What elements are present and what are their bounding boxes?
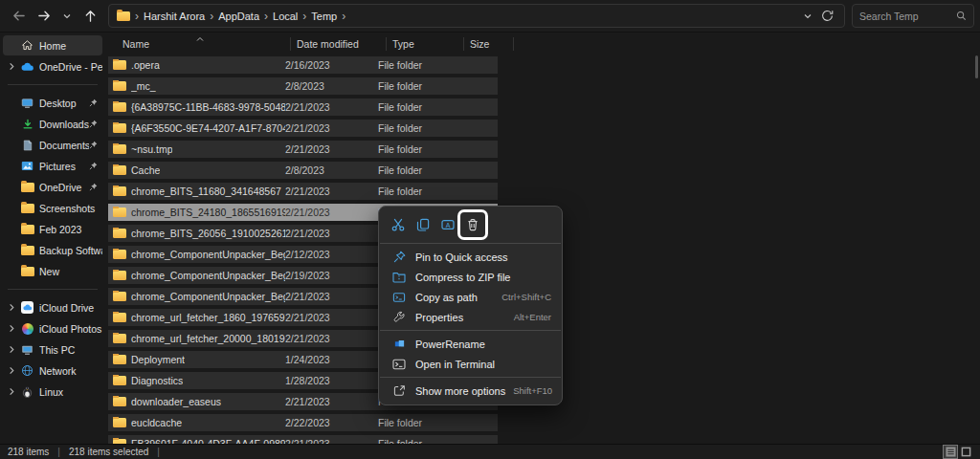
column-header-name[interactable]: Name <box>108 37 291 51</box>
folder-icon <box>113 313 126 322</box>
large-icons-view-button[interactable] <box>959 446 972 458</box>
quick-pin-icon <box>393 251 406 263</box>
sidebar-item-pictures[interactable]: Pictures <box>3 156 102 176</box>
file-date-cell: 1/28/2023 <box>285 375 378 386</box>
menu-item-label: Compress to ZIP file <box>415 272 551 283</box>
file-type-cell: File folder <box>378 59 498 71</box>
context-menu: APin to Quick accessCompress to ZIP file… <box>378 206 563 405</box>
search-input[interactable]: Search Temp <box>859 11 956 22</box>
expand-chevron-icon[interactable] <box>3 387 19 396</box>
rename-button[interactable]: A <box>435 212 460 237</box>
table-row[interactable]: {A6F3550C-9E74-4207-A1F7-87041A253...2/2… <box>108 120 498 137</box>
items-count: 218 items <box>8 447 49 457</box>
table-row[interactable]: {6A38975C-11BB-4683-9978-5048BA00A...2/2… <box>108 98 498 116</box>
desktop-icon <box>21 98 33 109</box>
sidebar-item-desktop[interactable]: Desktop <box>3 93 102 113</box>
sidebar-item-this-pc[interactable]: This PC <box>3 339 102 360</box>
expand-chevron-icon[interactable] <box>3 303 19 312</box>
recent-locations-chevron-icon[interactable] <box>61 8 73 25</box>
menu-item-shortcut: Alt+Enter <box>514 312 551 322</box>
sidebar-item-icloud-drive[interactable]: iCloud Drive <box>3 297 102 317</box>
expand-chevron-icon[interactable] <box>3 345 19 354</box>
table-row[interactable]: .opera2/16/2023File folder <box>108 56 498 74</box>
column-header-type[interactable]: Type <box>387 37 464 51</box>
table-row[interactable]: ~nsu.tmp2/21/2023File folder <box>108 141 498 158</box>
folder-icon <box>113 208 126 217</box>
breadcrumb-chevron-icon: › <box>205 11 218 22</box>
file-date-cell: 2/21/2023 <box>285 122 378 134</box>
this-pc-icon <box>21 344 33 356</box>
sidebar-item-onedrive-persona[interactable]: OneDrive - Persona <box>3 56 102 76</box>
sidebar-item-label: Pictures <box>39 161 89 172</box>
up-icon[interactable] <box>81 8 99 25</box>
sidebar-item-screenshots[interactable]: Screenshots <box>3 198 102 218</box>
expand-chevron-icon[interactable] <box>3 62 19 71</box>
sidebar-item-label: Desktop <box>39 98 89 109</box>
cut-button[interactable] <box>386 212 411 237</box>
breadcrumb-segment[interactable]: AppData <box>218 11 259 22</box>
breadcrumb-segment[interactable]: Local <box>273 11 298 22</box>
vertical-scrollbar[interactable] <box>975 55 978 78</box>
current-folder-icon <box>117 11 130 21</box>
breadcrumb-segment[interactable]: Harshit Arora <box>144 11 205 22</box>
sidebar-item-onedrive[interactable]: OneDrive <box>3 177 102 197</box>
details-view-button[interactable] <box>944 446 957 458</box>
context-menu-toolbar: A <box>379 209 562 240</box>
sidebar: HomeOneDrive - PersonaDesktopDownloadsDo… <box>0 32 105 445</box>
file-name-cell: ~nsu.tmp <box>108 143 285 155</box>
icloud-photos-icon <box>22 323 33 335</box>
folder-icon <box>113 418 126 427</box>
table-row[interactable]: chrome_BITS_11680_3416485672/21/2023File… <box>108 183 498 200</box>
breadcrumb-segment[interactable]: Temp <box>311 11 337 22</box>
sidebar-item-label: Downloads <box>39 119 89 130</box>
refresh-icon[interactable] <box>817 10 836 22</box>
menu-item-label: Show more options <box>415 385 505 397</box>
sidebar-item-downloads[interactable]: Downloads <box>3 114 102 134</box>
icloud-drive-icon <box>21 301 33 314</box>
file-name-cell: _mc_ <box>108 80 285 92</box>
menu-item-open-in-terminal[interactable]: Open in Terminal <box>379 354 562 374</box>
menu-item-compress-to-zip-file[interactable]: Compress to ZIP file <box>379 267 562 287</box>
forward-icon[interactable] <box>35 8 53 25</box>
file-name-cell: chrome_BITS_11680_341648567 <box>108 186 285 197</box>
expand-chevron-icon[interactable] <box>3 324 19 333</box>
menu-item-shortcut: Ctrl+Shift+C <box>501 292 551 302</box>
column-header-size[interactable]: Size <box>464 37 514 51</box>
file-date-cell: 2/19/2023 <box>285 270 378 281</box>
sidebar-item-icloud-photos[interactable]: iCloud Photos <box>3 318 102 339</box>
file-name-cell: {6A38975C-11BB-4683-9978-5048BA00A... <box>108 101 285 113</box>
sidebar-item-backup-software[interactable]: Backup Software <box>3 240 102 260</box>
menu-item-powerrename[interactable]: PowerRename <box>379 334 562 354</box>
search-box[interactable]: Search Temp <box>852 4 974 28</box>
sidebar-item-network[interactable]: Network <box>3 361 102 381</box>
menu-item-label: Properties <box>415 312 506 323</box>
sidebar-item-linux[interactable]: Linux <box>3 382 102 402</box>
folder-icon <box>21 246 34 255</box>
sidebar-item-home[interactable]: Home <box>3 35 102 55</box>
delete-button[interactable] <box>460 212 485 237</box>
address-bar[interactable]: › Harshit Arora›AppData›Local›Temp› <box>108 4 845 28</box>
back-icon[interactable] <box>10 8 27 25</box>
expand-chevron-icon[interactable] <box>3 366 19 375</box>
address-dropdown-chevron-icon[interactable] <box>798 11 817 21</box>
file-date-cell: 2/22/2023 <box>285 417 378 428</box>
menu-item-show-more-options[interactable]: Show more optionsShift+F10 <box>379 381 562 401</box>
sidebar-item-label: Feb 2023 <box>39 224 102 235</box>
table-row[interactable]: eucldcache2/22/2023File folder <box>108 414 498 431</box>
file-name-cell: chrome_ComponentUnpacker_BeginUnzi... <box>108 270 285 281</box>
file-date-cell: 2/8/2023 <box>285 164 378 176</box>
menu-item-copy-as-path[interactable]: Copy as pathCtrl+Shift+C <box>379 287 562 307</box>
copy-button[interactable] <box>411 212 435 237</box>
sidebar-item-documents[interactable]: Documents <box>3 135 102 155</box>
table-row[interactable]: _mc_2/8/2023File folder <box>108 77 498 95</box>
menu-item-pin-to-quick-access[interactable]: Pin to Quick access <box>379 247 562 267</box>
folder-icon <box>113 271 126 280</box>
sidebar-item-new[interactable]: New <box>3 261 102 281</box>
column-headers: Name Date modified Type Size <box>108 33 514 54</box>
file-name-cell: chrome_BITS_24180_1865516919 <box>108 207 285 218</box>
menu-item-properties[interactable]: PropertiesAlt+Enter <box>379 307 562 327</box>
sidebar-item-feb-2023[interactable]: Feb 2023 <box>3 219 102 239</box>
folder-icon <box>113 186 126 196</box>
column-header-date-modified[interactable]: Date modified <box>291 37 387 51</box>
table-row[interactable]: Cache2/8/2023File folder <box>108 162 498 179</box>
